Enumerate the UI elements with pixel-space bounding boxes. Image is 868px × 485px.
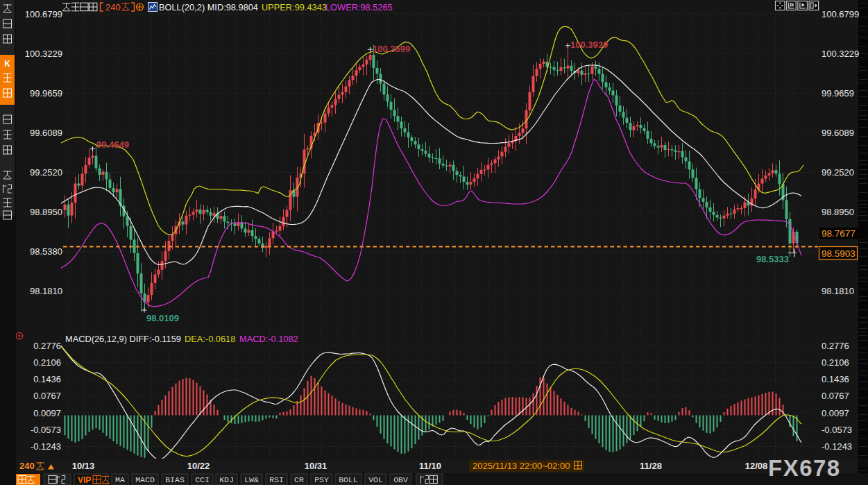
svg-text:KDJ: KDJ: [219, 475, 234, 484]
svg-text:-0.0573: -0.0573: [822, 425, 852, 435]
svg-text:98.8950: 98.8950: [30, 207, 62, 217]
svg-text:98.5380: 98.5380: [30, 246, 62, 257]
svg-text:VIP: VIP: [78, 475, 91, 485]
svg-text:LOWER:98.5265: LOWER:98.5265: [325, 2, 393, 12]
svg-text:98.5903: 98.5903: [822, 248, 856, 259]
svg-text:BOLL(20,2) MID:98.9804: BOLL(20,2) MID:98.9804: [159, 2, 258, 12]
svg-text:K: K: [4, 59, 10, 69]
svg-text:10/22: 10/22: [187, 461, 210, 471]
svg-text:2025/11/13 22:00~02:00: 2025/11/13 22:00~02:00: [473, 461, 570, 471]
svg-text:RSI: RSI: [269, 475, 284, 484]
svg-text:99.6089: 99.6089: [822, 128, 854, 138]
svg-text:100.3229: 100.3229: [25, 49, 62, 59]
svg-text:-0.1243: -0.1243: [31, 441, 61, 452]
svg-text:0.0767: 0.0767: [822, 391, 849, 401]
svg-text:99.4649: 99.4649: [96, 139, 129, 150]
svg-text:MACD:-0.1082: MACD:-0.1082: [239, 334, 298, 344]
svg-text:VOL: VOL: [368, 475, 383, 484]
svg-text:BIAS: BIAS: [165, 475, 185, 484]
svg-text:98.5333: 98.5333: [756, 254, 789, 264]
svg-text:100.3939: 100.3939: [570, 40, 608, 50]
svg-text:BOLL: BOLL: [339, 475, 358, 484]
svg-text:0.0097: 0.0097: [822, 408, 849, 418]
svg-text:LW&: LW&: [244, 475, 259, 484]
svg-text:UPPER:99.4343: UPPER:99.4343: [262, 2, 327, 12]
svg-text:DEA:-0.0618: DEA:-0.0618: [185, 334, 235, 344]
svg-text:MACD: MACD: [135, 475, 155, 484]
svg-text:0.1436: 0.1436: [33, 374, 61, 384]
svg-text:0.2776: 0.2776: [33, 341, 61, 351]
svg-text:MACD(26,12,9) DIFF:-0.1159: MACD(26,12,9) DIFF:-0.1159: [65, 334, 181, 344]
svg-text:-0.1243: -0.1243: [822, 441, 852, 452]
svg-text:100.3599: 100.3599: [373, 44, 410, 54]
svg-text:98.7677: 98.7677: [822, 228, 856, 239]
svg-text:10/31: 10/31: [305, 461, 327, 471]
svg-text:PSY: PSY: [314, 475, 329, 484]
svg-text:98.1810: 98.1810: [30, 286, 62, 296]
svg-text:0.1436: 0.1436: [822, 374, 849, 384]
svg-text:240: 240: [105, 2, 121, 12]
svg-text:11/10: 11/10: [419, 461, 441, 471]
svg-text:MA: MA: [115, 475, 125, 484]
svg-text:-0.0573: -0.0573: [31, 425, 61, 435]
svg-text:98.0109: 98.0109: [146, 313, 179, 323]
svg-text:0.2106: 0.2106: [33, 357, 61, 368]
svg-text:0.2106: 0.2106: [822, 357, 849, 368]
svg-text:CCI: CCI: [195, 475, 210, 484]
svg-text:99.9659: 99.9659: [30, 88, 62, 99]
svg-text:99.2520: 99.2520: [30, 167, 62, 178]
svg-text:12/08: 12/08: [745, 461, 768, 471]
svg-text:OBV: OBV: [393, 475, 408, 484]
svg-text:100.6799: 100.6799: [25, 9, 62, 19]
svg-text:98.1810: 98.1810: [822, 286, 854, 296]
svg-text:99.6089: 99.6089: [30, 128, 62, 138]
svg-text:98.8950: 98.8950: [822, 207, 854, 217]
svg-text:CR: CR: [294, 475, 304, 484]
svg-text:99.2520: 99.2520: [822, 167, 854, 178]
svg-text:240: 240: [19, 461, 35, 471]
svg-text:0.0767: 0.0767: [33, 391, 61, 401]
svg-text:11/28: 11/28: [640, 461, 662, 471]
svg-text:100.3229: 100.3229: [822, 49, 859, 59]
svg-text:99.9659: 99.9659: [822, 88, 854, 99]
svg-text:0.0097: 0.0097: [33, 408, 61, 418]
svg-text:100.6799: 100.6799: [822, 9, 859, 19]
svg-text:10/13: 10/13: [72, 461, 95, 471]
svg-text:0.2776: 0.2776: [822, 341, 849, 351]
svg-text:FX678: FX678: [768, 455, 841, 481]
